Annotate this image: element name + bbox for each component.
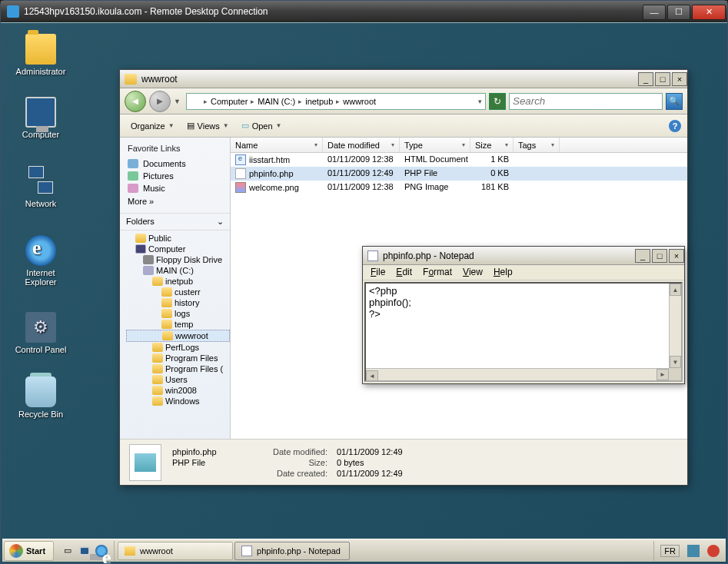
file-row[interactable]: iisstart.htm01/11/2009 12:38HTML Documen…: [231, 153, 687, 167]
tray-icon-network[interactable]: [687, 545, 700, 557]
desktop-icon-control-panel[interactable]: Control Panel: [12, 312, 70, 354]
details-size-label: Size:: [266, 458, 327, 467]
rdc-icon: [7, 5, 19, 18]
folder-icon: [190, 96, 202, 107]
col-name[interactable]: Name▾: [231, 138, 323, 152]
ql-explorer[interactable]: [77, 543, 92, 559]
open-icon: ▭: [241, 121, 249, 131]
details-date-created: 01/11/2009 12:49: [337, 469, 429, 478]
notepad-icon: [241, 546, 252, 556]
col-type[interactable]: Type▾: [400, 138, 470, 152]
details-pane: phpinfo.php Date modified: 01/11/2009 12…: [120, 439, 687, 485]
tree-node[interactable]: inetpub: [126, 276, 230, 287]
tree-node[interactable]: Windows: [126, 396, 230, 406]
notepad-menubar: File Edit Format View Help: [363, 265, 684, 280]
explorer-maximize-button[interactable]: □: [655, 72, 670, 86]
col-date[interactable]: Date modified▾: [323, 138, 400, 152]
organize-button[interactable]: Organize▼: [126, 120, 179, 132]
col-size[interactable]: Size▾: [470, 138, 514, 152]
tree-node[interactable]: temp: [126, 319, 230, 330]
desktop-icon-computer[interactable]: Computer: [12, 97, 70, 139]
tree-node[interactable]: Computer: [126, 244, 230, 254]
desktop-icon-recycle-bin[interactable]: Recycle Bin: [12, 377, 70, 419]
forward-button[interactable]: ►: [149, 91, 171, 112]
desktop-icon: ▭: [64, 546, 71, 556]
remote-desktop[interactable]: Administrator Computer Network Internet …: [1, 22, 727, 563]
tree-node[interactable]: Users: [126, 374, 230, 385]
resize-grip[interactable]: [669, 368, 681, 380]
tree-node[interactable]: PerfLogs: [126, 342, 230, 353]
open-button[interactable]: ▭ Open▼: [237, 119, 287, 132]
tree-node[interactable]: custerr: [126, 287, 230, 297]
favlink-more[interactable]: More »: [128, 194, 222, 208]
desktop-icon-ie[interactable]: Internet Explorer: [12, 235, 70, 287]
column-headers: Name▾ Date modified▾ Type▾ Size▾ Tags▾: [231, 138, 687, 153]
tree-node[interactable]: history: [126, 297, 230, 308]
breadcrumb[interactable]: ▸ Computer▸ MAIN (C:)▸ inetpub▸ wwwroot …: [186, 93, 486, 110]
notepad-close-button[interactable]: ×: [669, 249, 684, 263]
ie-icon: [25, 235, 56, 266]
back-button[interactable]: ◄: [125, 91, 146, 112]
desktop-icon-network[interactable]: Network: [12, 166, 70, 208]
taskbar-task[interactable]: wwwroot: [118, 542, 233, 560]
tree-node[interactable]: wwwroot: [126, 330, 230, 342]
menu-edit[interactable]: Edit: [391, 267, 417, 278]
crumb[interactable]: MAIN (C:): [256, 97, 297, 106]
crumb[interactable]: Computer: [209, 97, 249, 106]
tray-icon-shield[interactable]: [707, 545, 720, 557]
notepad-minimize-button[interactable]: _: [635, 249, 650, 263]
tree-node[interactable]: logs: [126, 308, 230, 319]
file-row[interactable]: phpinfo.php01/11/2009 12:49PHP File0 KB: [231, 167, 687, 181]
favlink-documents[interactable]: Documents: [128, 158, 222, 170]
tree-node[interactable]: win2008: [126, 385, 230, 396]
rdc-titlebar[interactable]: 12543hpv163150.ikoula.com - Remote Deskt…: [1, 1, 727, 22]
crumb[interactable]: inetpub: [304, 97, 334, 106]
details-filename: phpinfo.php: [172, 447, 257, 456]
details-date-created-label: Date created:: [266, 469, 327, 478]
start-button[interactable]: Start: [4, 541, 54, 561]
tree-node[interactable]: Program Files (: [126, 363, 230, 374]
menu-view[interactable]: View: [458, 267, 487, 278]
notepad-title: phpinfo.php - Notepad: [383, 250, 474, 261]
crumb[interactable]: wwwroot: [341, 97, 377, 106]
scrollbar-horizontal[interactable]: ◄►: [366, 368, 681, 380]
favlink-pictures[interactable]: Pictures: [128, 170, 222, 182]
taskbar-task[interactable]: phpinfo.php - Notepad: [234, 542, 350, 560]
nav-history-dropdown[interactable]: ▼: [174, 98, 183, 105]
rdc-maximize-button[interactable]: ☐: [667, 5, 690, 20]
rdc-minimize-button[interactable]: —: [643, 5, 666, 20]
desktop-icon-administrator[interactable]: Administrator: [12, 34, 70, 76]
folders-header[interactable]: Folders ⌄: [120, 214, 230, 231]
explorer-titlebar[interactable]: wwwroot _ □ ×: [120, 70, 687, 88]
start-orb-icon: [9, 544, 23, 558]
help-button[interactable]: ?: [669, 120, 681, 132]
notepad-textarea[interactable]: <?php phpinfo(); ?> ▲▼ ◄►: [364, 282, 683, 382]
search-button[interactable]: 🔍: [666, 93, 683, 110]
favlink-music[interactable]: Music: [128, 182, 222, 194]
language-indicator[interactable]: FR: [660, 545, 680, 557]
rdc-close-button[interactable]: ✕: [692, 5, 726, 20]
menu-file[interactable]: File: [366, 267, 390, 278]
search-input[interactable]: [509, 93, 663, 110]
folders-panel: Folders ⌄ PublicComputerFloppy Disk Driv…: [120, 214, 230, 439]
col-tags[interactable]: Tags▾: [514, 138, 560, 152]
tree-node[interactable]: Public: [126, 233, 230, 244]
scrollbar-vertical[interactable]: ▲▼: [669, 284, 681, 368]
folder-tree[interactable]: PublicComputerFloppy Disk DriveMAIN (C:)…: [120, 231, 230, 437]
notepad-titlebar[interactable]: phpinfo.php - Notepad _ □ ×: [363, 247, 684, 265]
menu-help[interactable]: Help: [489, 267, 517, 278]
computer-icon: [25, 97, 56, 128]
menu-format[interactable]: Format: [418, 267, 457, 278]
file-row[interactable]: welcome.png01/11/2009 12:38PNG Image181 …: [231, 181, 687, 194]
tree-node[interactable]: Floppy Disk Drive: [126, 254, 230, 265]
explorer-close-button[interactable]: ×: [672, 72, 687, 86]
notepad-maximize-button[interactable]: □: [652, 249, 667, 263]
folder-icon: [161, 309, 172, 318]
refresh-button[interactable]: ↻: [489, 93, 506, 110]
explorer-minimize-button[interactable]: _: [638, 72, 653, 86]
tree-node[interactable]: MAIN (C:): [126, 265, 230, 276]
ql-show-desktop[interactable]: ▭: [60, 543, 75, 559]
tree-node[interactable]: Program Files: [126, 353, 230, 363]
folder-icon: [152, 364, 163, 373]
views-button[interactable]: ▤ Views▼: [182, 119, 234, 132]
